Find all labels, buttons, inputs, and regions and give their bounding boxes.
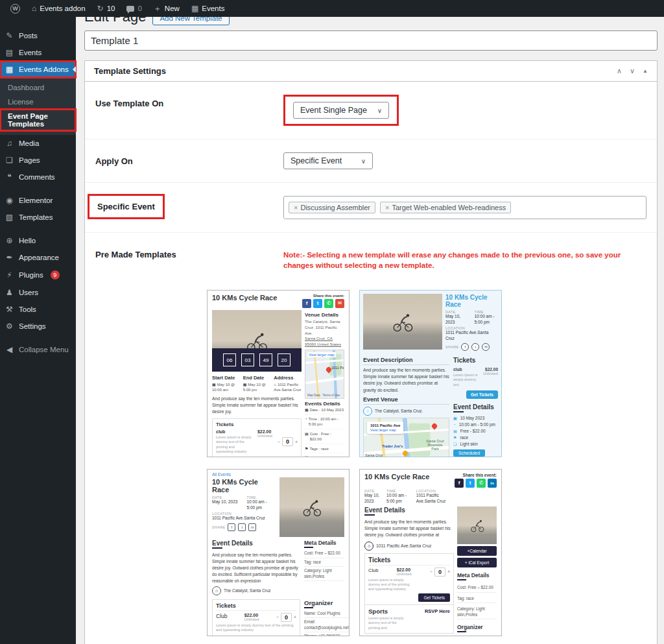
sidebar-item-pages[interactable]: ❏ Pages [0, 152, 76, 169]
get-tickets-button[interactable]: Get Tickets [418, 593, 450, 602]
ticket-description: Lorem Ipsum is simply dummy text [453, 373, 478, 387]
sidebar-item-events-addons[interactable]: ▦ Events Addons [0, 61, 76, 78]
updates-menu[interactable]: ↻ 10 [92, 0, 121, 17]
event-detail-date: 10 May 2023 [460, 416, 485, 420]
wordpress-logo-menu[interactable]: W [5, 0, 25, 17]
premade-template-1[interactable]: 10 KMs Cycle Race Share this event: f t … [207, 290, 350, 457]
date-value: May 10, 2023 [212, 499, 242, 505]
event-detail-categories: Categories: Light skin [309, 456, 344, 457]
get-tickets-button[interactable]: Get Tickets [466, 390, 498, 399]
sidebar-item-posts[interactable]: ✎ Posts [0, 27, 76, 44]
facebook-icon[interactable]: f [461, 343, 469, 351]
sidebar-item-tools[interactable]: ⚒ Tools [0, 301, 76, 318]
premade-template-2[interactable]: 10 KMs Cycle Race DATE May 10, 2023 TIME… [359, 290, 502, 457]
quantity-stepper[interactable]: − 0 + [430, 567, 450, 577]
tickets-section: Tickets Club $22.00 Unlimited − 0 [212, 599, 300, 637]
selected-event-chip[interactable]: × Target Web-enabled Web-readiness [380, 202, 511, 213]
minus-icon[interactable]: − [430, 569, 433, 574]
rsvp-link[interactable]: RSVP Here [425, 608, 450, 630]
sidebar-subitem-license[interactable]: License [0, 95, 76, 109]
twitter-icon[interactable]: t [466, 479, 475, 488]
adminbar-events-menu[interactable]: ▦ Events [186, 0, 230, 17]
ical-export-button[interactable]: + iCal Export [457, 558, 497, 567]
sidebar-item-appearance[interactable]: ✒ Appearance [0, 249, 76, 266]
organizer-name: Name: Cool Plugins [304, 610, 349, 619]
sidebar-item-media[interactable]: ♫ Media [0, 135, 76, 152]
email-icon[interactable]: ✉ [335, 299, 344, 308]
sidebar-subitem-dashboard[interactable]: Dashboard [0, 80, 76, 95]
twitter-icon[interactable]: t [471, 343, 479, 351]
sidebar-item-settings[interactable]: ⚙ Settings [0, 318, 76, 335]
facebook-icon[interactable]: f [228, 523, 235, 531]
specific-event-multiselect[interactable]: × Discussing Assembler × Target Web-enab… [283, 196, 646, 219]
premade-template-3[interactable]: All Events 10 KMs Cycle Race DATE May 10… [207, 469, 350, 636]
menu-separator [0, 185, 76, 192]
sidebar-item-events[interactable]: ▤ Events [0, 44, 76, 61]
meta-details-heading: Meta Details [457, 572, 497, 580]
whatsapp-icon[interactable]: ✆ [477, 479, 486, 488]
updates-count: 10 [107, 5, 115, 12]
all-events-link[interactable]: All Events [208, 470, 349, 477]
twitter-icon[interactable]: t [238, 523, 246, 531]
facebook-icon[interactable]: f [455, 479, 464, 488]
sidebar-item-elementor[interactable]: ◉ Elementor [0, 192, 76, 209]
view-larger-map-link[interactable]: View larger map [307, 352, 336, 357]
sidebar-item-hello[interactable]: ⊕ Hello [0, 232, 76, 249]
sidebar-item-comments[interactable]: ❝ Comments [0, 169, 76, 185]
view-larger-map-link[interactable]: View larger map [370, 428, 396, 432]
apply-on-select[interactable]: Specific Event ∨ [283, 152, 373, 169]
sidebar-subitem-event-page-templates[interactable]: Event Page Templates [0, 109, 76, 131]
linkedin-icon[interactable]: in [248, 523, 256, 531]
ticket-stock: Unlimited [244, 617, 259, 621]
site-name-menu[interactable]: ⌂ Events addon [27, 0, 91, 17]
sidebar-item-users[interactable]: ♟ Users [0, 284, 76, 301]
venue-map[interactable]: View larger map 1011 Pac.. Santa Cr.. Ma… [305, 350, 344, 399]
quantity-stepper[interactable]: − 0 + [276, 613, 296, 622]
events-icon: ▦ [191, 5, 198, 12]
venue-city-line: Santa Cruz, CA 95060 United States [305, 336, 344, 347]
minus-icon[interactable]: − [278, 440, 280, 444]
linkedin-icon[interactable]: in [488, 479, 497, 488]
add-to-calendar-button[interactable]: +Calendar [457, 546, 497, 556]
plus-icon[interactable]: + [447, 569, 450, 574]
twitter-icon[interactable]: t [313, 299, 322, 308]
remove-tag-icon[interactable]: × [385, 204, 389, 211]
sidebar-item-templates[interactable]: ▧ Templates [0, 209, 76, 226]
new-content-menu[interactable]: ＋ New [148, 0, 185, 17]
use-template-on-select[interactable]: Event Single Page ∨ [293, 102, 389, 119]
comments-menu[interactable]: 0 [121, 0, 147, 17]
panel-header[interactable]: Template Settings ∧ ∨ ▲ [85, 61, 657, 82]
calendar-icon: ▦ [305, 408, 309, 413]
ticket-name: Club [368, 567, 378, 577]
share-label: SHARE [445, 345, 458, 349]
tag-icon: ⚑ [453, 435, 456, 440]
sidebar-item-collapse-menu[interactable]: ◀ Collapse Menu [0, 341, 76, 358]
email-icon[interactable]: ✉ [482, 343, 490, 351]
sidebar-item-label: Settings [19, 322, 46, 330]
premade-template-4[interactable]: 10 KMs Cycle Race Share this event: f t … [359, 469, 502, 636]
plus-icon[interactable]: + [295, 440, 298, 444]
remove-tag-icon[interactable]: × [294, 204, 298, 211]
venue-map[interactable]: 1011 Pacific Ave View larger map Trader … [363, 418, 449, 458]
plus-icon: ＋ [154, 5, 161, 12]
event-detail-time: 10:00 am - 5:00 pm [459, 422, 495, 427]
event-detail-tags: Tags : race [309, 447, 328, 452]
sidebar-item-plugins[interactable]: ⚡ Plugins 9 [0, 266, 76, 284]
whatsapp-icon[interactable]: ✆ [324, 299, 333, 308]
toggle-panel-icon[interactable]: ▲ [643, 68, 648, 74]
location-value: 1011 Pacific Ave.Santa Cruz [416, 493, 453, 504]
meta-details-heading: Meta Details [304, 540, 344, 548]
move-down-icon[interactable]: ∨ [630, 67, 635, 75]
minus-icon[interactable]: − [276, 615, 279, 619]
template-name-input[interactable] [84, 30, 658, 51]
plus-icon[interactable]: + [294, 615, 296, 619]
sidebar-item-label: Appearance [19, 254, 59, 261]
move-up-icon[interactable]: ∧ [617, 67, 622, 75]
selected-event-chip[interactable]: × Discussing Assembler [289, 202, 375, 213]
quantity-stepper[interactable]: − 0 + [278, 429, 298, 455]
map-pin-card-title: 1011 Pacific Ave [370, 423, 400, 427]
facebook-icon[interactable]: f [302, 299, 311, 308]
tickets-heading: Tickets [453, 357, 498, 365]
venue-address-line: The Catalyst, Santa Cruz, 1011 Pacific A… [305, 319, 344, 336]
ticket-description: Lorem ipsum is simply dummy text of the … [216, 623, 296, 633]
